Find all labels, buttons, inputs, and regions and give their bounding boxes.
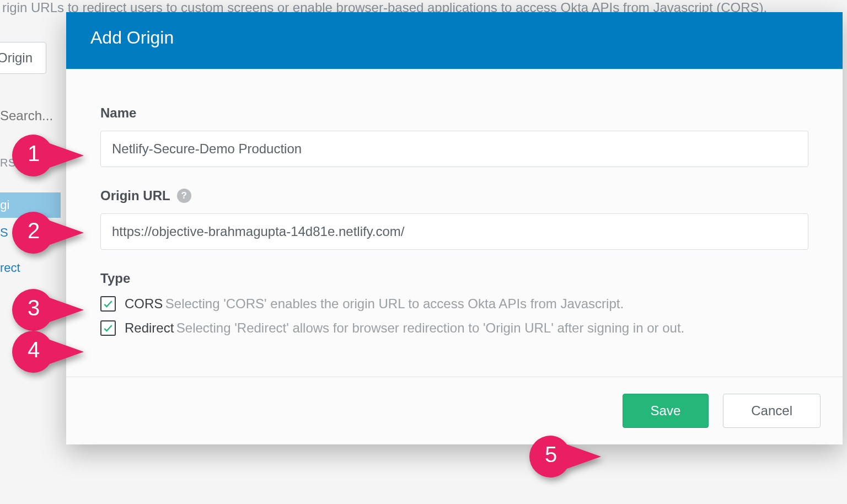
origin-url-label: Origin URL xyxy=(100,188,170,203)
type-field: Type CORS Selecting 'CORS' enables the o… xyxy=(100,271,808,336)
name-input[interactable] xyxy=(100,131,808,167)
filters-label-bg: RS xyxy=(0,157,61,169)
help-icon[interactable]: ? xyxy=(177,189,191,203)
save-button[interactable]: Save xyxy=(623,394,709,428)
callout-5-number: 5 xyxy=(545,442,557,467)
cors-description: Selecting 'CORS' enables the origin URL … xyxy=(165,296,624,311)
modal-body: Name Origin URL ? Type CORS Selecting 'C… xyxy=(66,69,843,377)
sidebar-item-redirect-bg[interactable]: rect xyxy=(0,256,61,280)
origin-url-input[interactable] xyxy=(100,213,808,250)
sidebar-item-s-bg[interactable]: S xyxy=(0,221,61,244)
search-input-bg[interactable] xyxy=(0,108,61,124)
redirect-row: Redirect Selecting 'Redirect' allows for… xyxy=(100,320,808,336)
modal-footer: Save Cancel xyxy=(66,377,843,444)
name-label: Name xyxy=(100,105,808,121)
name-field: Name xyxy=(100,105,808,167)
sidebar-bg: RS rigi S rect xyxy=(0,157,61,280)
cors-label: CORS xyxy=(125,296,163,311)
cancel-button[interactable]: Cancel xyxy=(723,394,821,428)
sidebar-item-active-bg[interactable]: rigi xyxy=(0,192,61,218)
add-origin-button-bg[interactable]: Origin xyxy=(0,42,46,74)
check-icon xyxy=(103,298,114,309)
cors-row: CORS Selecting 'CORS' enables the origin… xyxy=(100,296,808,312)
redirect-description: Selecting 'Redirect' allows for browser … xyxy=(176,320,684,335)
redirect-label: Redirect xyxy=(125,320,174,335)
modal-title: Add Origin xyxy=(66,12,843,69)
origin-url-field: Origin URL ? xyxy=(100,188,808,250)
cors-checkbox[interactable] xyxy=(100,296,116,312)
callout-3-number: 3 xyxy=(28,296,40,320)
add-origin-modal: Add Origin Name Origin URL ? Type CORS S… xyxy=(66,12,843,444)
redirect-checkbox[interactable] xyxy=(100,320,116,336)
check-icon xyxy=(103,323,114,334)
callout-4-number: 4 xyxy=(28,337,40,362)
type-label: Type xyxy=(100,271,808,286)
